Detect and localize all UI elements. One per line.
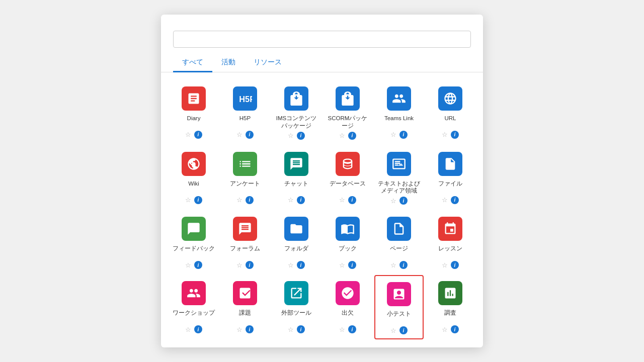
star-icon-workshop[interactable]: ☆	[185, 326, 191, 333]
forum-icon	[233, 217, 257, 241]
star-icon-database[interactable]: ☆	[339, 196, 345, 204]
teams-icon	[387, 86, 411, 111]
info-icon-folder[interactable]: i	[297, 261, 305, 269]
info-icon-page[interactable]: i	[399, 261, 408, 269]
item-label-attendance: 出欠	[342, 309, 354, 323]
star-icon-scorm[interactable]: ☆	[339, 132, 345, 139]
star-icon-textmedia[interactable]: ☆	[390, 197, 396, 205]
grid-item-ims[interactable]: IMSコンテンツパッケージ☆i	[272, 80, 321, 144]
info-icon-anketo[interactable]: i	[246, 196, 254, 204]
grid-item-book[interactable]: ブック☆i	[323, 211, 372, 273]
info-icon-file[interactable]: i	[451, 196, 459, 204]
star-icon-teams[interactable]: ☆	[390, 131, 396, 138]
kadai-icon	[233, 281, 257, 305]
grid-item-page[interactable]: ページ☆i	[374, 211, 424, 273]
database-icon	[336, 152, 360, 176]
tabs: すべて 活動 リソース	[161, 54, 483, 72]
star-icon-feedback[interactable]: ☆	[185, 261, 191, 269]
star-icon-url[interactable]: ☆	[442, 131, 448, 138]
lesson-icon	[438, 217, 462, 241]
star-icon-book[interactable]: ☆	[339, 261, 345, 269]
info-icon-survey[interactable]: i	[451, 325, 459, 333]
grid-item-chat[interactable]: チャット☆i	[272, 146, 321, 209]
star-icon-folder[interactable]: ☆	[288, 261, 294, 269]
info-icon-textmedia[interactable]: i	[399, 197, 408, 205]
grid-item-forum[interactable]: フォーラム☆i	[220, 211, 270, 273]
grid-item-feedback[interactable]: フィードバック☆i	[169, 211, 218, 273]
grid-item-h5p[interactable]: H5PH5P☆i	[220, 80, 270, 144]
grid-item-lesson[interactable]: レッスン☆i	[426, 211, 475, 273]
feedback-icon	[182, 217, 206, 241]
items-grid: Diary☆iH5PH5P☆iIMSコンテンツパッケージ☆iSCORMパッケージ…	[169, 80, 475, 340]
grid-item-teams[interactable]: Teams Link☆i	[374, 80, 424, 144]
h5p-icon: H5P	[233, 86, 257, 111]
textmedia-icon	[387, 152, 411, 176]
info-icon-lesson[interactable]: i	[451, 261, 459, 269]
grid-item-attendance[interactable]: 出欠☆i	[323, 275, 372, 339]
grid-container: Diary☆iH5PH5P☆iIMSコンテンツパッケージ☆iSCORMパッケージ…	[161, 76, 483, 348]
item-label-scorm: SCORMパッケージ	[326, 115, 369, 130]
item-label-wiki: Wiki	[188, 180, 199, 194]
star-icon-forum[interactable]: ☆	[236, 261, 243, 269]
item-label-file: ファイル	[438, 180, 462, 194]
grid-item-scorm[interactable]: SCORMパッケージ☆i	[323, 80, 372, 144]
grid-item-survey[interactable]: 調査☆i	[426, 275, 475, 339]
grid-item-file[interactable]: ファイル☆i	[426, 146, 475, 209]
star-icon-h5p[interactable]: ☆	[236, 131, 243, 138]
grid-item-kadai[interactable]: 課題☆i	[220, 275, 270, 339]
star-icon-attendance[interactable]: ☆	[339, 326, 345, 333]
info-icon-external[interactable]: i	[297, 325, 305, 333]
grid-item-external[interactable]: 外部ツール☆i	[272, 275, 321, 339]
info-icon-teams[interactable]: i	[399, 131, 408, 139]
info-icon-forum[interactable]: i	[246, 261, 254, 269]
item-label-quiz: 小テスト	[387, 310, 411, 324]
scorm-icon	[336, 86, 360, 111]
item-label-survey: 調査	[444, 309, 456, 323]
info-icon-h5p[interactable]: i	[246, 131, 254, 139]
tab-activity[interactable]: 活動	[212, 54, 245, 72]
star-icon-kadai[interactable]: ☆	[236, 326, 243, 333]
info-icon-chat[interactable]: i	[297, 196, 305, 204]
info-icon-workshop[interactable]: i	[194, 325, 202, 333]
grid-item-anketo[interactable]: アンケート☆i	[220, 146, 270, 209]
star-icon-external[interactable]: ☆	[288, 326, 294, 333]
info-icon-url[interactable]: i	[451, 131, 459, 139]
star-icon-survey[interactable]: ☆	[442, 326, 448, 333]
modal: すべて 活動 リソース Diary☆iH5PH5P☆iIMSコンテンツパッケージ…	[161, 15, 483, 348]
info-icon-feedback[interactable]: i	[194, 261, 202, 269]
info-icon-ims[interactable]: i	[297, 132, 305, 140]
grid-item-wiki[interactable]: Wiki☆i	[169, 146, 218, 209]
grid-item-workshop[interactable]: ワークショップ☆i	[169, 275, 218, 339]
grid-item-textmedia[interactable]: テキストおよびメディア領域☆i	[374, 146, 424, 209]
grid-item-url[interactable]: URL☆i	[426, 80, 475, 144]
info-icon-diary[interactable]: i	[194, 131, 202, 139]
info-icon-database[interactable]: i	[348, 196, 356, 204]
star-icon-diary[interactable]: ☆	[185, 131, 191, 138]
info-icon-kadai[interactable]: i	[246, 325, 254, 333]
search-input[interactable]	[173, 31, 471, 48]
star-icon-lesson[interactable]: ☆	[442, 261, 448, 269]
info-icon-quiz[interactable]: i	[399, 326, 408, 334]
grid-item-folder[interactable]: フォルダ☆i	[272, 211, 321, 273]
star-icon-ims[interactable]: ☆	[288, 132, 294, 139]
star-icon-page[interactable]: ☆	[390, 261, 396, 269]
star-icon-chat[interactable]: ☆	[288, 196, 294, 204]
tab-all[interactable]: すべて	[173, 54, 212, 72]
grid-item-database[interactable]: データベース☆i	[323, 146, 372, 209]
chat-icon	[284, 152, 308, 176]
star-icon-quiz[interactable]: ☆	[390, 327, 396, 334]
info-icon-wiki[interactable]: i	[194, 196, 202, 204]
info-icon-book[interactable]: i	[348, 261, 356, 269]
grid-item-diary[interactable]: Diary☆i	[169, 80, 218, 144]
folder-icon	[284, 217, 308, 241]
search-container	[161, 31, 483, 54]
star-icon-wiki[interactable]: ☆	[185, 196, 191, 204]
info-icon-scorm[interactable]: i	[348, 132, 356, 140]
tab-resource[interactable]: リソース	[245, 54, 291, 72]
info-icon-attendance[interactable]: i	[348, 325, 356, 333]
item-label-forum: フォーラム	[230, 245, 260, 259]
star-icon-anketo[interactable]: ☆	[236, 196, 243, 204]
star-icon-file[interactable]: ☆	[442, 196, 448, 204]
grid-item-quiz[interactable]: 小テスト☆i	[374, 275, 424, 339]
item-label-diary: Diary	[187, 115, 201, 129]
